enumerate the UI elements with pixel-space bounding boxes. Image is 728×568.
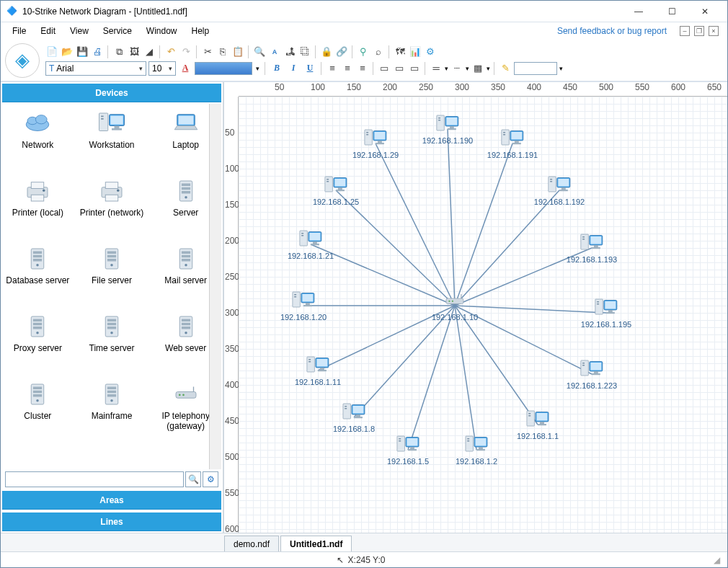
open-button[interactable]: 📂 [61,45,74,58]
network-node[interactable]: 192.168.1.191 [487,128,538,159]
device-item-file-server[interactable]: File server [79,244,144,311]
tab-demo[interactable]: demo.ndf [224,536,279,551]
shape-button[interactable]: ◢ [143,45,156,58]
align-left-button[interactable]: ≡ [326,62,339,75]
areas-header[interactable]: Areas [2,491,221,510]
menu-view[interactable]: View [64,25,94,37]
network-node[interactable]: 192.168.1.5 [387,434,429,466]
tab-untitled[interactable]: Untitled1.ndf [280,536,352,551]
menu-service[interactable]: Service [97,25,138,37]
bold-button[interactable]: B [270,61,284,76]
color-picker-button[interactable]: ✎ [499,62,512,75]
lines-header[interactable]: Lines [2,512,221,531]
paste-button[interactable]: 📋 [231,45,244,58]
app-logo[interactable]: ◈ [5,43,40,78]
align-center-button[interactable]: ≡ [341,62,354,75]
print-button[interactable]: 🖨 [91,45,104,58]
device-item-laptop[interactable]: Laptop [154,108,218,176]
diagram-canvas[interactable]: 192.168.1.29192.168.1.190192.168.1.19119… [239,97,727,533]
network-node[interactable]: 192.168.1.25 [313,174,359,206]
mdi-restore-button[interactable]: ❐ [694,26,704,36]
menu-file[interactable]: File [6,25,32,37]
device-item-time-server[interactable]: Time server [79,311,144,379]
copy-button[interactable]: ⎘ [216,45,229,58]
group-button[interactable]: ⿻ [298,45,311,58]
device-item-server[interactable]: Server [154,176,218,244]
device-item-workstation[interactable]: Workstation [79,108,144,176]
network-node[interactable]: 192.168.1.192 [534,174,585,206]
server-icon [97,311,127,342]
device-item-web-sever[interactable]: Web sever [154,311,218,379]
device-item-database-server[interactable]: Database server [5,244,70,311]
insert-image-button[interactable]: 🏞 [283,45,296,58]
network-node[interactable]: 192.168.1.223 [567,358,617,390]
maximize-button[interactable]: ☐ [655,1,688,22]
device-search-input[interactable] [5,471,184,487]
pattern-button[interactable]: ▩ [471,62,484,75]
search-network-button[interactable]: ⌕ [372,45,385,58]
italic-button[interactable]: I [286,61,301,76]
save-button[interactable]: 💾 [76,45,89,58]
link-button[interactable]: 🔗 [335,45,348,58]
dash-style-button[interactable]: ┄ [450,62,463,75]
menu-help[interactable]: Help [186,25,216,37]
devices-header[interactable]: Devices [2,84,221,102]
device-item-proxy-server[interactable]: Proxy server [5,311,70,379]
fill-color-swatch[interactable] [195,62,252,75]
network-node[interactable]: 192.168.1.1 [517,409,559,440]
lock-button[interactable]: 🔒 [320,45,333,58]
device-item-cluster[interactable]: Cluster [5,379,70,447]
network-node[interactable]: 192.168.1.8 [333,401,375,433]
device-item-ip-telephony-gateway-[interactable]: IP telephony (gateway) [154,379,218,447]
network-node[interactable]: 192.168.1.10 [432,290,478,321]
canvas-area[interactable]: 50100150200250300350400450500550600650 5… [224,82,727,533]
network-node[interactable]: 192.168.1.29 [352,128,399,159]
device-item-network[interactable]: Network [5,108,70,176]
device-config-button[interactable]: ⚙ [203,471,218,487]
font-color-button[interactable]: A [178,61,192,76]
secondary-color-swatch[interactable] [514,62,557,75]
mdi-close-button[interactable]: × [709,26,719,36]
map-button[interactable]: 🗺 [394,45,407,58]
line-style-button[interactable]: ═ [430,62,443,75]
new-button[interactable]: 📄 [45,45,58,58]
network-node[interactable]: 192.168.1.193 [567,232,617,264]
network-node[interactable]: 192.168.1.190 [422,113,473,145]
cut-button[interactable]: ✂ [201,45,214,58]
device-item-mail-server[interactable]: Mail server [154,244,218,311]
device-item-mainframe[interactable]: Mainframe [79,379,144,447]
menu-window[interactable]: Window [141,25,183,37]
font-size-combo[interactable]: 10▾ [148,61,176,76]
network-node[interactable]: 192.168.1.11 [295,355,341,386]
resize-grip[interactable]: ◢ [714,555,720,565]
text-button[interactable]: A [268,45,281,58]
network-node[interactable]: 192.168.1.195 [581,297,631,329]
align-right-button[interactable]: ≡ [356,62,369,75]
report-button[interactable]: 📊 [409,45,422,58]
device-item-printer-network-[interactable]: Printer (network) [79,176,144,244]
device-search-button[interactable]: 🔍 [185,471,201,487]
redo-button[interactable]: ↷ [179,45,192,58]
valign-bottom-button[interactable]: ▭ [408,62,421,75]
valign-middle-button[interactable]: ▭ [393,62,406,75]
find-button[interactable]: 🔍 [253,45,266,58]
network-node[interactable]: 192.168.1.2 [456,434,497,466]
mdi-minimize-button[interactable]: – [680,26,690,36]
close-button[interactable]: ✕ [688,1,722,22]
settings-button[interactable]: ⚙ [424,45,437,58]
device-label: Database server [6,275,69,285]
font-combo[interactable]: T Arial▾ [45,61,146,76]
workstation-icon [463,434,489,456]
feedback-link[interactable]: Send feedback or bug report [557,26,674,36]
minimize-button[interactable]: — [622,1,655,22]
menu-edit[interactable]: Edit [35,25,61,37]
scan-button[interactable]: ⚲ [357,45,370,58]
undo-button[interactable]: ↶ [164,45,177,58]
network-node[interactable]: 192.168.1.21 [288,228,334,260]
network-node[interactable]: 192.168.1.20 [280,290,327,321]
device-item-printer-local-[interactable]: Printer (local) [5,176,70,244]
export-button[interactable]: ⧉ [112,45,125,58]
image-button[interactable]: 🖼 [128,45,141,58]
valign-top-button[interactable]: ▭ [378,62,391,75]
underline-button[interactable]: U [303,61,317,76]
